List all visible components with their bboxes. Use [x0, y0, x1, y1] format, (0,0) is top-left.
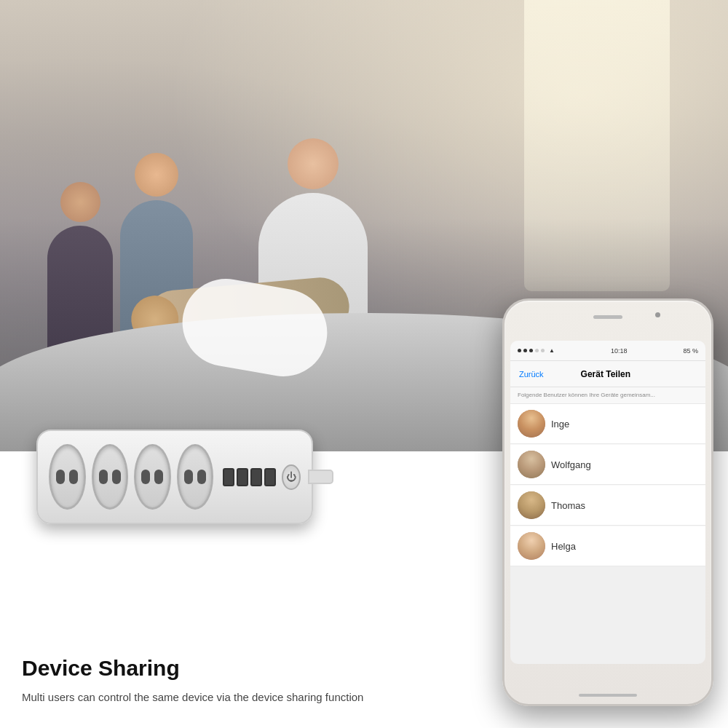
user-name-inge: Inge [551, 419, 569, 430]
user-name-wolfgang: Wolfgang [551, 459, 591, 470]
phone-home-indicator [579, 694, 637, 697]
power-cable [308, 470, 333, 484]
usb-port-2 [237, 468, 248, 486]
socket-holes-2 [99, 470, 121, 484]
status-battery: 85 % [683, 347, 698, 355]
power-button[interactable]: ⏻ [282, 464, 301, 490]
wifi-icon: ▲ [549, 347, 555, 354]
socket-4 [177, 444, 214, 510]
socket-2 [92, 444, 129, 510]
list-item[interactable]: Helga [510, 526, 705, 566]
socket-3 [134, 444, 171, 510]
phone-status-bar: ▲ 10:18 85 % [510, 341, 705, 361]
power-strip: ⏻ [36, 430, 313, 524]
power-strip-container: ⏻ [36, 430, 313, 524]
smartphone: ▲ 10:18 85 % Zurück Gerät Teilen Folgend… [502, 298, 713, 706]
user-name-helga: Helga [551, 541, 576, 552]
socket-hole-right-3 [154, 470, 163, 484]
text-content: Device Sharing Multi users can control t… [22, 655, 444, 706]
usb-section [223, 468, 276, 486]
phone-speaker [593, 315, 622, 319]
socket-holes-3 [141, 470, 163, 484]
list-item[interactable]: Wolfgang [510, 445, 705, 485]
nav-title: Gerät Teilen [581, 369, 630, 379]
user-list: Inge Wolfgang Thomas [510, 404, 705, 566]
usb-port-3 [250, 468, 262, 486]
list-item[interactable]: Thomas [510, 486, 705, 526]
avatar-inge [518, 410, 545, 438]
socket-hole-left-1 [56, 470, 65, 484]
status-left: ▲ [518, 347, 555, 354]
socket-hole-right-4 [197, 470, 206, 484]
signal-dot-3 [529, 349, 533, 352]
phone-camera [655, 312, 660, 317]
list-item[interactable]: Inge [510, 404, 705, 444]
phone-nav-bar: Zurück Gerät Teilen [510, 361, 705, 387]
usb-port-1 [223, 468, 234, 486]
socket-hole-right-2 [112, 470, 121, 484]
socket-hole-left-3 [141, 470, 150, 484]
signal-dot-4 [535, 349, 539, 352]
status-time: 10:18 [611, 347, 628, 355]
signal-dot-2 [523, 349, 527, 352]
avatar-wolfgang [518, 451, 545, 478]
socket-hole-left-2 [99, 470, 108, 484]
avatar-thomas [518, 491, 545, 519]
user-name-thomas: Thomas [551, 500, 585, 511]
socket-holes-1 [56, 470, 78, 484]
signal-dot-1 [518, 349, 521, 352]
socket-1 [49, 444, 86, 510]
socket-holes-4 [184, 470, 206, 484]
signal-dot-5 [541, 349, 545, 352]
nav-back-button[interactable]: Zurück [519, 370, 544, 379]
main-title: Device Sharing [22, 655, 444, 681]
smartphone-container: ▲ 10:18 85 % Zurück Gerät Teilen Folgend… [502, 298, 713, 706]
socket-hole-right-1 [69, 470, 78, 484]
main-description: Multi users can control the same device … [22, 689, 400, 706]
socket-hole-left-4 [184, 470, 193, 484]
avatar-helga [518, 532, 545, 560]
phone-screen: ▲ 10:18 85 % Zurück Gerät Teilen Folgend… [510, 341, 705, 664]
usb-port-4 [264, 468, 276, 486]
share-subtitle: Folgende Benutzer können Ihre Geräte gem… [510, 387, 705, 404]
